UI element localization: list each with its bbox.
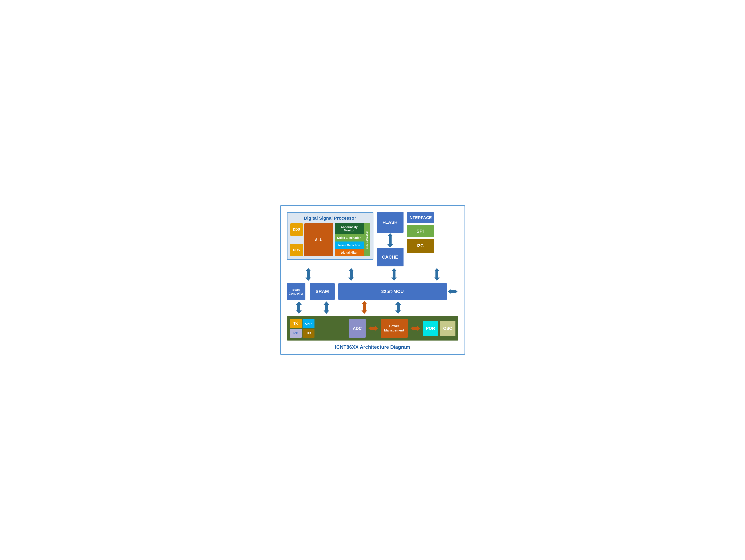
snr-bar: SNR Estimation <box>364 223 370 256</box>
arrow-right <box>455 289 457 294</box>
scan-arrow <box>305 268 311 281</box>
por-osc-row: POR OSC <box>423 321 455 336</box>
i2c-box: I2C <box>407 239 433 253</box>
mcu-box: 32bit-MCU <box>338 283 447 300</box>
orange-arrow-right <box>375 326 378 331</box>
arrow-shaft <box>451 290 455 293</box>
abnormality-box: Abnormality Monitor <box>335 223 364 234</box>
power-por-arrow <box>411 326 420 331</box>
arrow-cache-mcu <box>434 268 440 281</box>
dsp-block: Digital Signal Processor DDS DDS ALU Abn… <box>287 212 374 260</box>
arrow-mcu-top <box>391 268 397 281</box>
sig-labels: Abnormality Monitor Noise Elimination No… <box>335 223 364 256</box>
sram-arrow <box>348 268 354 281</box>
interface-col: INTERFACE SPI I2C <box>407 212 433 253</box>
orange-arrow-down <box>361 311 367 314</box>
arrow-sram-down <box>324 301 329 314</box>
mcu-right-bottom-arrow <box>395 302 401 314</box>
power-management-box: PowerManagement <box>381 319 408 338</box>
arrow-down <box>391 278 397 281</box>
snr-label: SNR Estimation <box>366 231 368 249</box>
scan-controller-box: ScanController <box>287 283 305 300</box>
arrow-up <box>348 268 354 271</box>
arrow-shaft <box>435 271 439 278</box>
cache-mcu-arrow <box>434 268 440 281</box>
orange-arrow-up <box>361 301 367 304</box>
flash-cache-arrow <box>387 233 393 247</box>
arrow-down <box>324 311 329 314</box>
orange-shaft2 <box>413 327 417 330</box>
flash-box: FLASH <box>377 212 403 233</box>
mid-to-bottom-arrows <box>287 301 458 314</box>
digital-filter-box: Digital Filter <box>335 249 364 256</box>
adc-box: ADC <box>349 319 366 338</box>
interface-box: INTERFACE <box>407 212 433 223</box>
arrow-head-up <box>387 233 393 236</box>
signal-stack: Abnormality Monitor Noise Elimination No… <box>335 223 370 256</box>
arrow-head-down <box>387 244 393 247</box>
arrow-shaft <box>325 305 328 311</box>
scan-down-arrow <box>296 302 302 314</box>
arrow-mcu-bottom <box>361 301 367 314</box>
flash-cache-col: FLASH CACHE <box>377 212 403 267</box>
arrow-shaft <box>350 271 353 278</box>
tx-box: TX <box>290 319 302 328</box>
orange-arrow-right2 <box>417 326 420 331</box>
arrow-down <box>296 311 302 314</box>
arrow-left <box>448 289 451 294</box>
adc-power-arrow <box>368 326 378 331</box>
arrow-mcu-right-bottom <box>395 301 401 314</box>
top-to-mid-arrows <box>287 268 458 281</box>
sram-box: SRAM <box>310 283 335 300</box>
noise-elim-box: Noise Elimination <box>335 234 364 242</box>
chp-box: CHP <box>302 319 315 328</box>
arrow-shaft <box>307 271 310 278</box>
osc-box: OSC <box>440 321 455 336</box>
arrow-up <box>296 302 302 305</box>
arrow-up <box>305 268 311 271</box>
dds2-box: DDS <box>290 244 303 256</box>
dsp-title: Digital Signal Processor <box>290 216 370 221</box>
arrow-shaft <box>397 305 399 311</box>
arrow-shaft <box>389 236 392 244</box>
arrow-up <box>395 302 401 305</box>
mcu-top-arrow <box>391 268 397 281</box>
arrow-scan-down <box>296 301 302 314</box>
bottom-section: TX CHP RX LPF ADC PowerManagement POR <box>287 316 458 341</box>
arrow-shaft <box>393 271 395 278</box>
orange-shaft <box>363 304 366 311</box>
mid-row: ScanController SRAM 32bit-MCU <box>287 283 458 300</box>
orange-dav <box>361 301 367 314</box>
power-mgmt-label: PowerManagement <box>384 324 404 333</box>
dds-col: DDS DDS <box>290 223 303 256</box>
dsp-inner: DDS DDS ALU Abnormality Monitor Noise El… <box>290 223 370 256</box>
arrow-up <box>434 268 440 271</box>
dds1-box: DDS <box>290 223 303 236</box>
tx-rx-grid: TX CHP RX LPF <box>290 319 315 338</box>
orange-shaft <box>371 327 375 330</box>
diagram-title: ICNT86XX Architecture Diagram <box>287 344 458 350</box>
spi-box: SPI <box>407 225 433 237</box>
arrow-scan <box>305 268 311 281</box>
diagram-wrapper: Digital Signal Processor DDS DDS ALU Abn… <box>280 205 465 355</box>
lpf-box: LPF <box>302 329 315 338</box>
orange-arrow-left2 <box>411 326 413 331</box>
scan-controller-label: ScanController <box>289 288 303 295</box>
sram-down-arrow <box>324 302 329 314</box>
mcu-interface-arrow <box>448 289 457 294</box>
alu-box: ALU <box>304 223 333 256</box>
noise-det-box: Noise Detection <box>335 242 364 249</box>
por-box: POR <box>423 321 439 336</box>
arrow-up <box>391 268 397 271</box>
arrow-shaft <box>297 305 300 311</box>
arrow-up <box>324 302 329 305</box>
arrow-down <box>348 278 354 281</box>
top-row: Digital Signal Processor DDS DDS ALU Abn… <box>287 212 458 267</box>
cache-box: CACHE <box>377 248 403 267</box>
rx-box: RX <box>290 329 302 338</box>
arrow-down <box>395 311 401 314</box>
arrow-down <box>305 278 311 281</box>
orange-arrow-left <box>368 326 371 331</box>
arrow-sram <box>348 268 354 281</box>
arrow-down <box>434 278 440 281</box>
